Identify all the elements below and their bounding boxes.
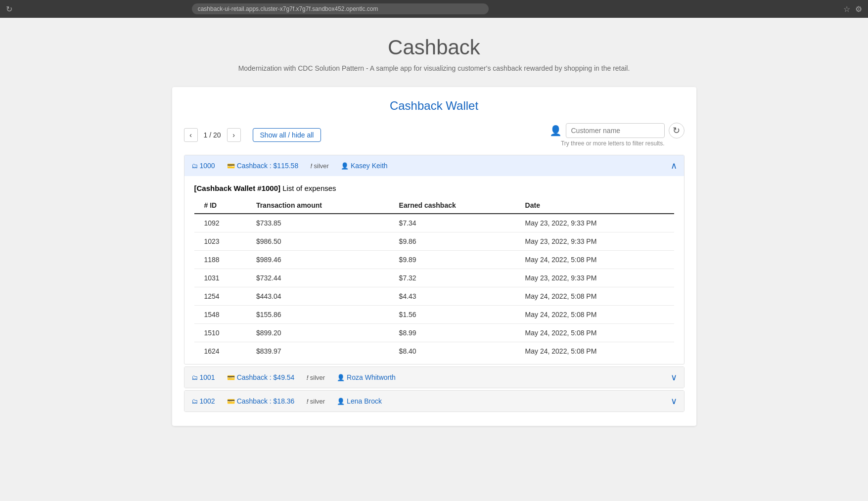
- expense-id-1254: 1254: [194, 287, 251, 306]
- table-row: 1548 $155.86 $1.56 May 24, 2022, 5:08 PM: [194, 306, 674, 324]
- browser-chrome: ↻ cashback-ui-retail.apps.cluster-x7g7f.…: [0, 0, 868, 18]
- expense-date-1092: May 23, 2022, 9:33 PM: [520, 214, 674, 232]
- expense-date-1188: May 24, 2022, 5:08 PM: [520, 251, 674, 269]
- extension-icon: ⚙: [855, 4, 862, 14]
- url-bar[interactable]: cashback-ui-retail.apps.cluster-x7g7f.x7…: [192, 3, 489, 14]
- col-amount-header: Transaction amount: [251, 197, 394, 214]
- expense-date-1023: May 23, 2022, 9:33 PM: [520, 232, 674, 251]
- main-card: Cashback Wallet 1 / 20 Show all / hide a…: [172, 87, 696, 426]
- wallet-header-1001[interactable]: 🗂 1001 💳 Cashback : $49.54 ! silver 👤 Ro…: [184, 367, 684, 388]
- expense-id-1624: 1624: [194, 342, 251, 361]
- wallet-tier-1002: ! silver: [306, 398, 325, 405]
- expense-date-1548: May 24, 2022, 5:08 PM: [520, 306, 674, 324]
- show-hide-button[interactable]: Show all / hide all: [253, 128, 321, 142]
- wallet-section-title: Cashback Wallet: [184, 99, 685, 113]
- expense-date-1031: May 23, 2022, 9:33 PM: [520, 269, 674, 287]
- expense-earned-1023: $9.86: [394, 232, 520, 251]
- table-row: 1624 $839.97 $8.40 May 24, 2022, 5:08 PM: [194, 342, 674, 361]
- right-controls: 👤 Try three or more letters to filter re…: [549, 123, 685, 147]
- pagination: 1 / 20: [184, 128, 241, 142]
- wallet-icon-1002: 🗂: [191, 398, 198, 405]
- customer-name-input[interactable]: [566, 123, 665, 138]
- customer-icon-1001: 👤: [337, 374, 345, 381]
- table-row: 1092 $733.85 $7.34 May 23, 2022, 9:33 PM: [194, 214, 674, 232]
- wallet-icon-1000: 🗂: [191, 162, 198, 170]
- reload-icon[interactable]: ↻: [6, 4, 12, 14]
- next-icon: [232, 131, 235, 139]
- wallet-toggle-1002[interactable]: ∨: [671, 396, 677, 407]
- wallet-header-1002[interactable]: 🗂 1002 💳 Cashback : $18.36 ! silver 👤 Le…: [184, 391, 684, 411]
- customer-icon-1002: 👤: [337, 398, 345, 405]
- expense-id-1188: 1188: [194, 251, 251, 269]
- next-button[interactable]: [227, 128, 241, 142]
- expense-id-1092: 1092: [194, 214, 251, 232]
- expense-amount-1092: $733.85: [251, 214, 394, 232]
- page-subtitle: Modernization with CDC Solution Pattern …: [0, 64, 868, 72]
- search-person-icon: 👤: [549, 125, 562, 137]
- expense-id-1023: 1023: [194, 232, 251, 251]
- expense-amount-1510: $899.20: [251, 324, 394, 342]
- expense-earned-1624: $8.40: [394, 342, 520, 361]
- wallet-id-1001: 🗂 1001: [191, 373, 215, 381]
- expense-id-1548: 1548: [194, 306, 251, 324]
- wallet-customer-1002: 👤 Lena Brock: [337, 397, 382, 405]
- prev-icon: [189, 131, 192, 139]
- col-earned-header: Earned cashback: [394, 197, 520, 214]
- expense-earned-1254: $4.43: [394, 287, 520, 306]
- tier-icon-1002: !: [306, 398, 308, 405]
- wallet-icon-1001: 🗂: [191, 374, 198, 381]
- table-row: 1254 $443.04 $4.43 May 24, 2022, 5:08 PM: [194, 287, 674, 306]
- wallet-toggle-1001[interactable]: ∨: [671, 372, 677, 383]
- page-title: Cashback: [0, 18, 868, 59]
- expense-earned-1188: $9.89: [394, 251, 520, 269]
- expense-amount-1548: $155.86: [251, 306, 394, 324]
- cashback-icon-1001: 💳: [227, 374, 235, 381]
- wallet-tier-1000: ! silver: [310, 162, 329, 170]
- pagination-info: 1 / 20: [201, 131, 224, 139]
- expense-id-1031: 1031: [194, 269, 251, 287]
- expense-earned-1092: $7.34: [394, 214, 520, 232]
- wallet-customer-1001: 👤 Roza Whitworth: [337, 373, 396, 381]
- wallet-body-title-1000: [Cashback Wallet #1000] List of expenses: [194, 184, 674, 192]
- expense-table-1000: # ID Transaction amount Earned cashback …: [194, 197, 674, 360]
- wallet-list: 🗂 1000 💳 Cashback : $115.58 ! silver 👤 K…: [184, 155, 685, 426]
- expense-amount-1023: $986.50: [251, 232, 394, 251]
- table-row: 1510 $899.20 $8.99 May 24, 2022, 5:08 PM: [194, 324, 674, 342]
- expense-earned-1510: $8.99: [394, 324, 520, 342]
- wallet-header-1000[interactable]: 🗂 1000 💳 Cashback : $115.58 ! silver 👤 K…: [184, 155, 684, 176]
- controls-row: 1 / 20 Show all / hide all 👤 Try three o…: [184, 123, 685, 147]
- expense-date-1510: May 24, 2022, 5:08 PM: [520, 324, 674, 342]
- wallet-tier-1001: ! silver: [306, 374, 325, 381]
- expense-amount-1188: $989.46: [251, 251, 394, 269]
- expense-amount-1624: $839.97: [251, 342, 394, 361]
- tier-icon-1001: !: [306, 374, 308, 381]
- expense-date-1624: May 24, 2022, 5:08 PM: [520, 342, 674, 361]
- filter-hint: Try three or more letters to filter resu…: [549, 140, 665, 147]
- table-row: 1023 $986.50 $9.86 May 23, 2022, 9:33 PM: [194, 232, 674, 251]
- wallet-customer-1000: 👤 Kasey Keith: [341, 162, 388, 170]
- customer-icon-1000: 👤: [341, 162, 349, 170]
- tier-icon-1000: !: [310, 162, 312, 170]
- cashback-icon-1002: 💳: [227, 398, 235, 405]
- bookmark-icon: ☆: [843, 4, 850, 14]
- prev-button[interactable]: [184, 128, 198, 142]
- col-date-header: Date: [520, 197, 674, 214]
- page-background: Cashback Modernization with CDC Solution…: [0, 18, 868, 501]
- left-controls: 1 / 20 Show all / hide all: [184, 128, 321, 142]
- wallet-cashback-1001: 💳 Cashback : $49.54: [227, 373, 295, 381]
- wallet-body-1000: [Cashback Wallet #1000] List of expenses…: [184, 176, 684, 364]
- refresh-icon: [673, 125, 680, 136]
- cashback-icon-1000: 💳: [227, 162, 235, 170]
- refresh-button[interactable]: [669, 123, 685, 138]
- expense-date-1254: May 24, 2022, 5:08 PM: [520, 287, 674, 306]
- table-row: 1031 $732.44 $7.32 May 23, 2022, 9:33 PM: [194, 269, 674, 287]
- search-row: 👤: [549, 123, 685, 138]
- wallet-row-1000: 🗂 1000 💳 Cashback : $115.58 ! silver 👤 K…: [184, 155, 685, 364]
- wallet-cashback-1000: 💳 Cashback : $115.58: [227, 162, 299, 170]
- table-row: 1188 $989.46 $9.89 May 24, 2022, 5:08 PM: [194, 251, 674, 269]
- wallet-toggle-1000[interactable]: ∧: [671, 160, 677, 171]
- expense-earned-1548: $1.56: [394, 306, 520, 324]
- wallet-id-1000: 🗂 1000: [191, 162, 215, 170]
- wallet-row-1001: 🗂 1001 💳 Cashback : $49.54 ! silver 👤 Ro…: [184, 366, 685, 388]
- browser-icons: ☆ ⚙: [843, 4, 862, 14]
